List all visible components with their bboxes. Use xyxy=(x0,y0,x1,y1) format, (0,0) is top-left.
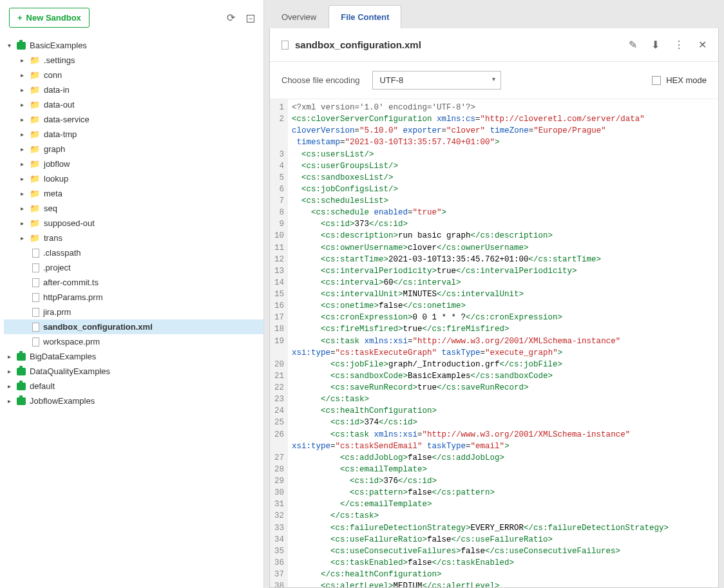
folder-item[interactable]: ▸📁.settings xyxy=(4,53,263,68)
new-sandbox-label: New Sandbox xyxy=(26,13,81,23)
file-item[interactable]: workspace.prm xyxy=(4,334,263,349)
sandbox-icon xyxy=(17,42,26,50)
file-item[interactable]: httpParams.prm xyxy=(4,290,263,305)
tree-label: data-service xyxy=(44,115,90,124)
file-tree: ▾BasicExamples▸📁.settings▸📁conn▸📁data-in… xyxy=(0,35,263,415)
file-icon xyxy=(32,263,39,272)
folder-item[interactable]: ▸📁graph xyxy=(4,142,263,156)
tree-label: BigDataExamples xyxy=(30,352,96,361)
file-icon xyxy=(32,293,39,302)
tree-label: lookup xyxy=(44,174,68,184)
folder-item[interactable]: ▸📁lookup xyxy=(4,171,263,186)
folder-item[interactable]: ▸📁seq xyxy=(4,201,263,216)
close-icon[interactable]: ✕ xyxy=(698,39,707,51)
file-item[interactable]: jira.prm xyxy=(4,305,263,319)
sandbox-icon xyxy=(17,383,26,390)
tab-overview-label: Overview xyxy=(281,12,316,22)
folder-item[interactable]: ▸📁conn xyxy=(4,68,263,82)
sidebar: + New Sandbox ⟳ − ▾BasicExamples▸📁.setti… xyxy=(0,0,264,588)
folder-icon: 📁 xyxy=(30,189,40,198)
plus-icon: + xyxy=(17,13,23,23)
file-icon xyxy=(281,41,289,50)
file-item[interactable]: sandbox_configuration.xml xyxy=(4,319,263,334)
new-sandbox-button[interactable]: + New Sandbox xyxy=(9,8,90,28)
file-item[interactable]: .project xyxy=(4,260,263,275)
collapse-all-icon[interactable]: − xyxy=(247,12,254,24)
tree-label: jobflow xyxy=(44,159,70,169)
tab-file-content[interactable]: File Content xyxy=(329,5,401,28)
tree-label: BasicExamples xyxy=(30,41,87,50)
file-item[interactable]: .classpath xyxy=(4,245,263,260)
tree-label: workspace.prm xyxy=(43,337,100,346)
encoding-label: Choose file encoding xyxy=(281,75,359,85)
sandbox-icon xyxy=(17,368,26,375)
tree-label: supposed-out xyxy=(44,218,95,228)
tree-label: default xyxy=(30,381,55,391)
download-icon[interactable]: ⬇ xyxy=(651,39,660,51)
tabs: Overview File Content xyxy=(269,5,719,28)
tree-label: data-out xyxy=(44,100,75,109)
folder-icon: 📁 xyxy=(30,115,40,124)
folder-item[interactable]: ▸📁data-tmp xyxy=(4,127,263,142)
folder-icon: 📁 xyxy=(30,204,40,213)
line-gutter: 12 345678910111213141516171819 202122232… xyxy=(270,99,288,587)
tree-label: trans xyxy=(44,233,62,243)
encoding-select[interactable]: UTF-8 xyxy=(372,71,501,90)
sandbox-item[interactable]: ▸DataQualityExamples xyxy=(4,364,263,379)
folder-icon: 📁 xyxy=(30,129,40,139)
tab-file-content-label: File Content xyxy=(341,12,389,22)
file-icon xyxy=(32,323,39,332)
sandbox-root[interactable]: ▾BasicExamples xyxy=(4,38,263,53)
folder-icon: 📁 xyxy=(30,233,40,243)
file-header: sandbox_configuration.xml ✎ ⬇ ⋮ ✕ xyxy=(270,28,718,62)
hex-label: HEX mode xyxy=(666,75,707,85)
folder-icon: 📁 xyxy=(30,144,40,154)
tree-label: .classpath xyxy=(43,248,81,258)
tree-label: sandbox_configuration.xml xyxy=(43,322,153,332)
file-icon xyxy=(32,278,39,287)
folder-item[interactable]: ▸📁meta xyxy=(4,186,263,201)
tree-label: after-commit.ts xyxy=(43,278,99,287)
folder-item[interactable]: ▸📁trans xyxy=(4,231,263,245)
sidebar-toolbar: + New Sandbox ⟳ − xyxy=(0,0,263,35)
folder-item[interactable]: ▸📁data-service xyxy=(4,112,263,127)
tab-overview[interactable]: Overview xyxy=(269,5,329,28)
code-content: <?xml version='1.0' encoding='UTF-8'?> <… xyxy=(288,99,718,587)
tree-label: JobflowExamples xyxy=(30,396,95,406)
folder-icon: 📁 xyxy=(30,85,40,95)
tree-label: .settings xyxy=(44,55,75,65)
folder-icon: 📁 xyxy=(30,70,40,80)
folder-item[interactable]: ▸📁jobflow xyxy=(4,156,263,171)
folder-item[interactable]: ▸📁data-out xyxy=(4,97,263,112)
tree-label: conn xyxy=(44,70,62,80)
tree-label: meta xyxy=(44,189,62,198)
file-icon xyxy=(32,337,39,346)
tree-label: DataQualityExamples xyxy=(30,366,110,376)
edit-icon[interactable]: ✎ xyxy=(629,39,637,51)
encoding-bar: Choose file encoding UTF-8 HEX mode xyxy=(270,62,718,99)
refresh-icon[interactable]: ⟳ xyxy=(227,12,235,24)
tree-label: graph xyxy=(44,144,65,154)
tree-label: jira.prm xyxy=(43,307,71,317)
file-icon xyxy=(32,308,39,317)
file-item[interactable]: after-commit.ts xyxy=(4,275,263,290)
tree-label: .project xyxy=(43,263,71,272)
folder-icon: 📁 xyxy=(30,218,40,228)
sandbox-item[interactable]: ▸default xyxy=(4,379,263,394)
more-icon[interactable]: ⋮ xyxy=(674,39,684,51)
sandbox-item[interactable]: ▸JobflowExamples xyxy=(4,394,263,408)
file-title: sandbox_configuration.xml xyxy=(295,39,421,50)
code-viewer: 12 345678910111213141516171819 202122232… xyxy=(270,99,718,587)
sandbox-icon xyxy=(17,397,26,405)
main-panel: Overview File Content sandbox_configurat… xyxy=(264,0,724,588)
tree-label: data-tmp xyxy=(44,129,77,139)
tree-label: httpParams.prm xyxy=(43,292,102,302)
sandbox-item[interactable]: ▸BigDataExamples xyxy=(4,349,263,364)
tree-label: seq xyxy=(44,204,57,213)
folder-icon: 📁 xyxy=(30,55,40,65)
sandbox-icon xyxy=(17,353,26,361)
folder-item[interactable]: ▸📁supposed-out xyxy=(4,216,263,231)
folder-item[interactable]: ▸📁data-in xyxy=(4,82,263,97)
folder-icon: 📁 xyxy=(30,100,40,109)
hex-checkbox[interactable] xyxy=(652,76,661,85)
